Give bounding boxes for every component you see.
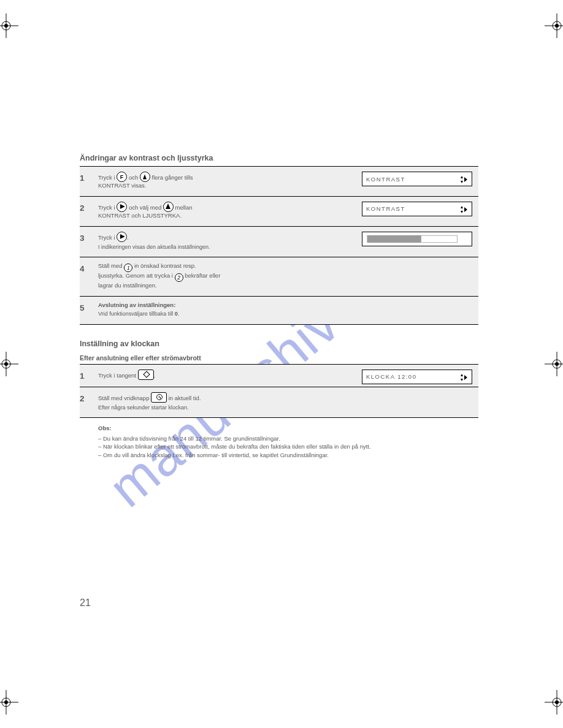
svg-marker-29 (464, 207, 467, 212)
step-number: 1 (80, 370, 98, 381)
f-button-icon (117, 172, 127, 182)
up-arrow-icon (140, 172, 150, 182)
display-readout: KONTRAST (362, 172, 472, 186)
svg-point-3 (4, 24, 8, 28)
start-button-icon (138, 370, 154, 380)
right-arrow-icon (117, 232, 127, 242)
svg-marker-32 (461, 374, 463, 376)
step-text: Ställ med 1 in önskad kontrast resp. lju… (98, 262, 478, 290)
step-number: 5 (80, 301, 98, 318)
crop-mark-icon (0, 690, 18, 715)
up-arrow-icon (163, 202, 174, 212)
crop-mark-icon (545, 352, 563, 376)
selector-arrows-icon (458, 204, 469, 215)
note-item: När klockan blinkar efter ett strömavbro… (98, 442, 478, 450)
svg-point-11 (4, 362, 8, 366)
svg-marker-33 (461, 379, 463, 381)
crop-mark-icon (545, 690, 563, 715)
svg-marker-24 (461, 176, 463, 178)
instruction-row: 2 Ställ med vridknapp in aktuell tid. Ef… (80, 387, 478, 418)
note-title: Obs: (98, 425, 112, 431)
instruction-row: 1 Tryck i tangent . KLOCKA 12:00 (80, 364, 478, 387)
selector-arrows-icon (458, 372, 469, 383)
crop-mark-icon (0, 13, 18, 38)
clock-button-icon (151, 392, 167, 403)
instruction-row: 2 Tryck i och välj med mellan KONTRAST o… (80, 196, 478, 226)
step-number: 3 (80, 232, 98, 251)
svg-point-23 (555, 700, 559, 704)
display-readout: KLOCKA 12:00 (362, 370, 472, 384)
instruction-row: 5 Avslutning av inställningen: Vrid funk… (80, 296, 478, 325)
step-number: 2 (80, 392, 98, 411)
svg-marker-27 (461, 206, 463, 208)
instruction-row: 1 Tryck i och flera gånger tills KONTRAS… (80, 166, 478, 196)
step-number: 1 (80, 172, 98, 190)
section-subheading: Efter anslutning eller efter strömavbrot… (80, 352, 478, 364)
svg-rect-31 (367, 235, 421, 243)
instruction-row: 4 Ställ med 1 in önskad kontrast resp. l… (80, 257, 478, 296)
step-text: Ställ med vridknapp in aktuell tid. Efte… (98, 392, 478, 411)
note-item: Du kan ändra tidsvisning från 24 till 12… (98, 434, 478, 442)
instruction-panel: 1 Tryck i och flera gånger tills KONTRAS… (80, 166, 478, 325)
svg-marker-25 (461, 181, 463, 183)
knob-2-icon: 2 (175, 273, 183, 282)
step-number: 4 (80, 262, 98, 290)
step-number: 2 (80, 202, 98, 220)
svg-point-15 (555, 362, 559, 366)
instruction-panel: 1 Tryck i tangent . KLOCKA 12:00 2 Ställ… (80, 364, 478, 418)
right-arrow-icon (117, 202, 127, 212)
crop-mark-icon (545, 13, 563, 38)
svg-point-19 (4, 700, 8, 704)
svg-point-7 (555, 24, 559, 28)
step-text: Avslutning av inställningen: Vrid funkti… (98, 301, 478, 318)
page-content: Ändringar av kontrast och ljusstyrka 1 T… (80, 151, 478, 463)
selector-arrows-icon (458, 174, 469, 185)
svg-marker-26 (464, 177, 467, 182)
note-block: Obs: Du kan ändra tidsvisning från 24 ti… (80, 418, 478, 463)
section-heading: Inställning av klockan (80, 337, 478, 352)
crop-mark-icon (0, 352, 18, 376)
display-readout (362, 232, 472, 246)
svg-marker-34 (464, 375, 467, 380)
svg-marker-28 (461, 211, 463, 213)
section-heading: Ändringar av kontrast och ljusstyrka (80, 151, 478, 166)
knob-1-icon: 1 (124, 264, 132, 272)
note-item: Om du vill ändra klockslag t.ex. från so… (98, 451, 478, 459)
instruction-row: 3 Tryck i . I indikeringen visas den akt… (80, 226, 478, 257)
page-number: 21 (80, 597, 91, 609)
display-readout: KONTRAST (362, 202, 472, 216)
